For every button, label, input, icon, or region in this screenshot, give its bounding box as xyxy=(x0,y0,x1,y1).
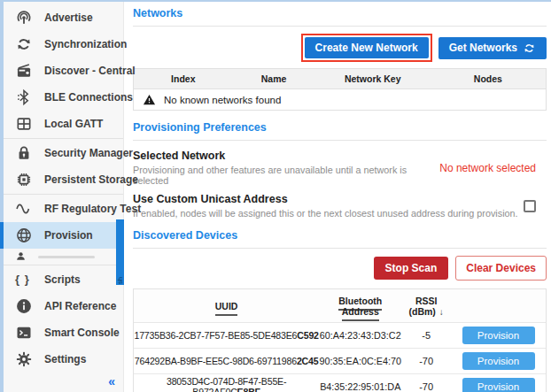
devices-section-title: Discovered Devices xyxy=(133,229,547,242)
devices-table: UUIDBluetooth AddressRSSI (dBm)↓ 17735B3… xyxy=(133,288,547,392)
get-networks-label: Get Networks xyxy=(449,42,517,54)
sidebar-item-label: Smart Console xyxy=(44,327,120,339)
sort-descending-icon: ↓ xyxy=(439,307,444,317)
sidebar-item-label: Advertise xyxy=(44,12,93,24)
main-content: Networks Create New Network Get Networks… xyxy=(124,2,551,392)
devices-button-row: Stop Scan Clear Devices xyxy=(133,256,547,281)
rssi-cell: -70 xyxy=(401,381,451,392)
sidebar-item-label: Settings xyxy=(44,353,86,365)
networks-column-header: Name xyxy=(233,73,315,84)
sidebar-item-persistent-storage[interactable]: Persistent Storage xyxy=(4,166,123,193)
clear-devices-button[interactable]: Clear Devices xyxy=(455,256,547,281)
selected-network-subtext: Provisioning and other features are unav… xyxy=(133,165,431,186)
sidebar-item-ble-connections[interactable]: BLE Connections xyxy=(4,84,123,111)
sync-icon xyxy=(15,35,33,53)
chip-icon xyxy=(15,171,33,188)
uuid-cell: 764292BA-B9BF-EE5C-98D6-697119862C45 xyxy=(134,356,319,366)
networks-empty-message: No known networks found xyxy=(164,95,281,105)
sidebar-item-label: Discover - Central xyxy=(44,65,136,77)
sidebar-item-smart-console[interactable]: Smart Console xyxy=(4,319,123,346)
divider xyxy=(133,140,547,141)
sidebar-item-label: Local GATT xyxy=(44,118,103,130)
bluetooth-address-cell: B4:35:22:95:01:DA xyxy=(319,381,401,392)
networks-column-header: Network Key xyxy=(315,73,431,84)
devices-column-header: UUID xyxy=(134,301,319,311)
sidebar-item-label: Scripts xyxy=(44,273,81,286)
terminal-icon xyxy=(15,324,33,342)
device-row: 764292BA-B9BF-EE5C-98D6-697119862C4590:3… xyxy=(134,348,546,373)
device-action-cell: Provision xyxy=(451,378,546,392)
custom-unicast-label: Use Custom Unicast Address xyxy=(133,193,518,205)
divider xyxy=(4,138,123,139)
networks-button-row: Create New Network Get Networks xyxy=(133,34,547,62)
radio-icon xyxy=(15,62,33,80)
provision-button[interactable]: Provision xyxy=(462,378,535,392)
sidebar-item-label: API Reference xyxy=(44,300,116,312)
uuid-cell: 17735B36-2CB7-7F57-BE85-5DE483E6C592 xyxy=(134,330,319,341)
refresh-vertical-tab[interactable]: sh xyxy=(116,219,124,285)
provision-button[interactable]: Provision xyxy=(462,352,535,370)
rssi-cell: -5 xyxy=(401,330,451,341)
sidebar-item-api-reference[interactable]: API Reference xyxy=(4,293,123,319)
uuid-cell: 38053D4C-074D-8F47-B55E-B972AF0CE8BF xyxy=(134,376,319,392)
selected-network-text: Selected Network Provisioning and other … xyxy=(133,150,431,186)
sidebar-item-discover-central[interactable]: Discover - Central xyxy=(4,58,123,84)
use-custom-unicast-checkbox[interactable] xyxy=(524,200,536,212)
get-networks-button[interactable]: Get Networks xyxy=(438,37,547,59)
person-icon xyxy=(15,250,27,262)
custom-unicast-row: Use Custom Unicast Address If enabled, n… xyxy=(133,193,547,219)
device-action-cell: Provision xyxy=(451,327,546,344)
device-row: 17735B36-2CB7-7F57-BE85-5DE483E6C59260:A… xyxy=(134,322,546,348)
sidebar-item-local-gatt[interactable]: Local GATT xyxy=(4,111,123,137)
sidebar-item-label: Persistent Storage xyxy=(44,173,138,186)
sidebar-item-label: Synchronization xyxy=(44,38,127,50)
app-window: AdvertiseSynchronizationDiscover - Centr… xyxy=(0,0,551,392)
braces-icon: { } xyxy=(15,271,33,288)
rssi-cell: -70 xyxy=(401,356,451,366)
networks-table-header: IndexNameNetwork KeyNodes xyxy=(134,69,546,89)
bluetooth-address-cell: 90:35:EA:0C:E4:70 xyxy=(319,356,401,366)
refresh-icon xyxy=(523,42,536,55)
selected-network-label: Selected Network xyxy=(133,150,431,162)
device-row: 38053D4C-074D-8F47-B55E-B972AF0CE8BFB4:3… xyxy=(134,373,546,392)
custom-unicast-subtext: If enabled, nodes will be assigned this … xyxy=(133,208,518,219)
devices-table-body: 17735B36-2CB7-7F57-BE85-5DE483E6C59260:A… xyxy=(134,322,546,392)
gear-icon xyxy=(15,350,33,368)
stop-scan-button[interactable]: Stop Scan xyxy=(374,257,449,280)
divider xyxy=(4,265,123,265)
sidebar-item-advertise[interactable]: Advertise xyxy=(4,4,123,31)
sidebar-item-scripts[interactable]: { }Scripts xyxy=(4,266,123,293)
info-icon xyxy=(15,297,33,315)
divider xyxy=(4,194,123,195)
no-network-selected-status: No network selected xyxy=(439,162,536,174)
devices-column-header: Bluetooth Address xyxy=(319,296,401,317)
lock-icon xyxy=(15,144,33,162)
preferences-section-title: Provisioning Preferences xyxy=(133,121,547,134)
sidebar-item-security-manager[interactable]: Security Manager xyxy=(4,140,123,166)
sidebar-item-provision[interactable]: Provision xyxy=(4,222,123,249)
divider xyxy=(133,26,547,27)
devices-column-header[interactable]: RSSI (dBm)↓ xyxy=(401,296,451,317)
provision-button[interactable]: Provision xyxy=(462,327,535,344)
advertise-icon xyxy=(15,9,33,27)
sidebar-item-partial[interactable] xyxy=(4,249,123,264)
networks-section-title: Networks xyxy=(133,7,547,19)
clipped-label xyxy=(38,256,95,258)
sidebar-item-settings[interactable]: Settings xyxy=(4,346,123,373)
sidebar-item-synchronization[interactable]: Synchronization xyxy=(4,31,123,58)
bluetooth-icon xyxy=(15,88,33,106)
create-new-network-button[interactable]: Create New Network xyxy=(305,37,429,58)
networks-empty-row: No known networks found xyxy=(134,89,546,110)
devices-table-header: UUIDBluetooth AddressRSSI (dBm)↓ xyxy=(134,289,546,322)
networks-column-header: Nodes xyxy=(431,73,546,84)
custom-unicast-text: Use Custom Unicast Address If enabled, n… xyxy=(133,193,518,219)
selected-network-row: Selected Network Provisioning and other … xyxy=(133,150,547,186)
grid-icon xyxy=(15,115,33,133)
sidebar-item-label: Security Manager xyxy=(44,147,133,159)
sidebar-item-rf-regulatory-test[interactable]: RF Regulatory Test xyxy=(4,196,123,222)
globe-icon xyxy=(15,227,33,244)
networks-table: IndexNameNetwork KeyNodes No known netwo… xyxy=(133,68,547,111)
sidebar-collapse-button[interactable]: « xyxy=(108,374,115,388)
sidebar: AdvertiseSynchronizationDiscover - Centr… xyxy=(4,2,124,392)
sidebar-item-list: AdvertiseSynchronizationDiscover - Centr… xyxy=(4,4,123,373)
